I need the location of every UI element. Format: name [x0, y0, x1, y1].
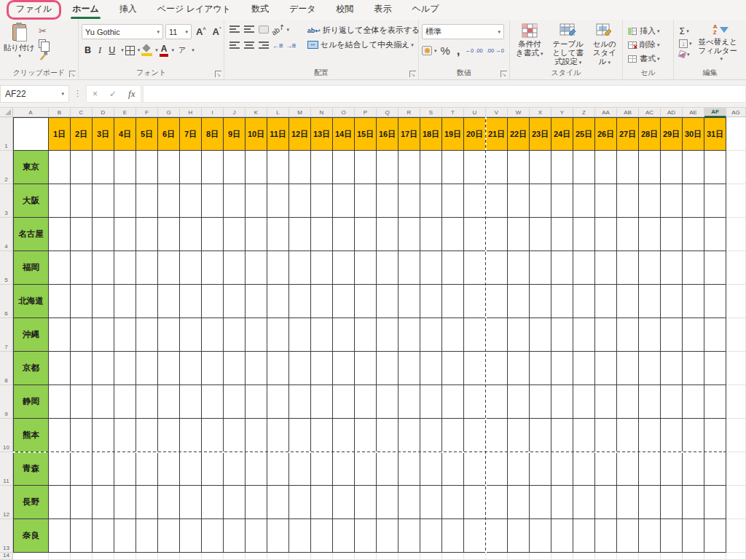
- data-cell[interactable]: [530, 251, 551, 285]
- tab-review[interactable]: 校閲: [326, 0, 364, 20]
- name-box-dropdown-caret[interactable]: ▾: [61, 91, 64, 97]
- data-cell[interactable]: [617, 218, 639, 251]
- day-header-cell-16日[interactable]: 16日: [377, 117, 398, 151]
- data-cell[interactable]: [311, 385, 333, 419]
- day-header-cell-18日[interactable]: 18日: [420, 117, 442, 151]
- data-cell[interactable]: [595, 419, 617, 452]
- data-cell[interactable]: [267, 184, 289, 218]
- data-cell[interactable]: [486, 151, 508, 184]
- data-cell[interactable]: [683, 352, 704, 385]
- currency-dropdown-caret[interactable]: ▾: [434, 48, 437, 54]
- data-cell[interactable]: [530, 452, 551, 486]
- data-cell[interactable]: [573, 452, 595, 486]
- data-cell[interactable]: [573, 151, 595, 184]
- data-cell[interactable]: [93, 251, 114, 285]
- data-cell[interactable]: [224, 285, 246, 318]
- data-cell[interactable]: [595, 452, 617, 486]
- outside-cell[interactable]: [398, 553, 420, 560]
- autosum-button[interactable]: Σ▾: [677, 24, 694, 38]
- column-header-P[interactable]: P: [355, 108, 377, 117]
- data-cell[interactable]: [136, 486, 158, 519]
- city-cell-奈良[interactable]: 奈良: [13, 519, 49, 553]
- enter-button[interactable]: ✓: [109, 89, 117, 99]
- data-cell[interactable]: [333, 452, 355, 486]
- data-cell[interactable]: [289, 151, 311, 184]
- data-cell[interactable]: [71, 419, 93, 452]
- tab-view[interactable]: 表示: [364, 0, 402, 20]
- data-cell[interactable]: [398, 486, 420, 519]
- data-cell[interactable]: [573, 385, 595, 419]
- data-cell[interactable]: [486, 452, 508, 486]
- column-header-N[interactable]: N: [311, 108, 333, 117]
- data-cell[interactable]: [114, 452, 136, 486]
- merge-center-button[interactable]: セルを結合して中央揃え ▾: [307, 39, 420, 50]
- data-cell[interactable]: [71, 285, 93, 318]
- column-header-L[interactable]: L: [267, 108, 289, 117]
- fill-button[interactable]: ↓▾: [677, 38, 694, 50]
- outside-cell[interactable]: [420, 553, 442, 560]
- data-cell[interactable]: [464, 218, 486, 251]
- column-header-V[interactable]: V: [486, 108, 508, 117]
- data-cell[interactable]: [420, 285, 442, 318]
- row-header-10[interactable]: 10: [0, 419, 13, 452]
- data-cell[interactable]: [617, 419, 639, 452]
- data-cell[interactable]: [661, 419, 683, 452]
- data-cell[interactable]: [704, 486, 726, 519]
- align-bottom-icon[interactable]: [259, 25, 269, 33]
- data-cell[interactable]: [246, 519, 267, 553]
- data-cell[interactable]: [246, 486, 267, 519]
- data-cell[interactable]: [661, 318, 683, 352]
- column-header-E[interactable]: E: [114, 108, 136, 117]
- data-cell[interactable]: [595, 184, 617, 218]
- outside-cell[interactable]: [136, 553, 158, 560]
- outside-cell[interactable]: [726, 452, 746, 486]
- data-cell[interactable]: [464, 519, 486, 553]
- column-header-W[interactable]: W: [508, 108, 530, 117]
- data-cell[interactable]: [136, 519, 158, 553]
- data-cell[interactable]: [573, 486, 595, 519]
- outside-cell[interactable]: [551, 553, 573, 560]
- data-cell[interactable]: [267, 486, 289, 519]
- data-cell[interactable]: [442, 385, 464, 419]
- data-cell[interactable]: [442, 452, 464, 486]
- data-cell[interactable]: [617, 318, 639, 352]
- outside-cell[interactable]: [617, 553, 639, 560]
- data-cell[interactable]: [114, 385, 136, 419]
- data-cell[interactable]: [49, 419, 71, 452]
- data-cell[interactable]: [114, 318, 136, 352]
- data-cell[interactable]: [136, 184, 158, 218]
- data-cell[interactable]: [530, 318, 551, 352]
- data-cell[interactable]: [551, 184, 573, 218]
- data-cell[interactable]: [289, 486, 311, 519]
- data-cell[interactable]: [267, 519, 289, 553]
- data-cell[interactable]: [683, 151, 704, 184]
- align-left-icon[interactable]: [229, 42, 240, 50]
- fill-color-icon[interactable]: [141, 45, 152, 56]
- data-cell[interactable]: [617, 251, 639, 285]
- column-header-R[interactable]: R: [398, 108, 420, 117]
- data-cell[interactable]: [246, 385, 267, 419]
- row-header-11[interactable]: 11: [0, 452, 13, 486]
- data-cell[interactable]: [377, 184, 398, 218]
- conditional-formatting-button[interactable]: 条件付き書式▾: [513, 23, 546, 59]
- day-header-cell-28日[interactable]: 28日: [639, 117, 661, 151]
- data-cell[interactable]: [551, 419, 573, 452]
- data-cell[interactable]: [442, 486, 464, 519]
- data-cell[interactable]: [158, 151, 180, 184]
- font-family-combo[interactable]: Yu Gothic▾: [82, 24, 163, 39]
- phonetic-dropdown-caret[interactable]: ▾: [192, 47, 195, 53]
- data-cell[interactable]: [158, 218, 180, 251]
- data-cell[interactable]: [333, 184, 355, 218]
- data-cell[interactable]: [311, 486, 333, 519]
- data-cell[interactable]: [246, 151, 267, 184]
- data-cell[interactable]: [661, 218, 683, 251]
- day-header-cell-21日[interactable]: 21日: [486, 117, 508, 151]
- data-cell[interactable]: [311, 151, 333, 184]
- data-cell[interactable]: [333, 251, 355, 285]
- day-header-cell-26日[interactable]: 26日: [595, 117, 617, 151]
- clipboard-dialog-launcher[interactable]: ↘: [69, 71, 76, 77]
- tab-home[interactable]: ホーム: [62, 0, 109, 20]
- data-cell[interactable]: [398, 352, 420, 385]
- data-cell[interactable]: [617, 352, 639, 385]
- data-cell[interactable]: [377, 452, 398, 486]
